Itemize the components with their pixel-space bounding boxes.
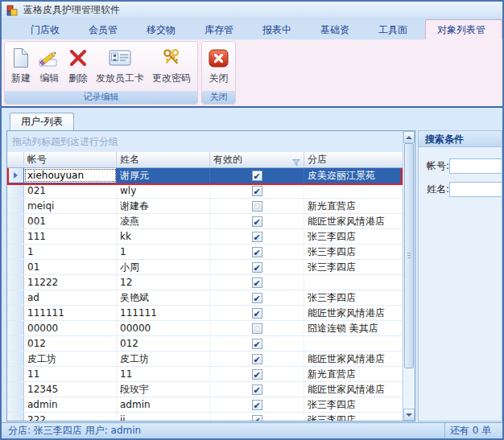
cell-account: xiehouyuan (24, 168, 117, 183)
cell-name: admin (117, 397, 210, 412)
scroll-down-button[interactable] (403, 409, 415, 421)
table-row[interactable]: xiehouyuan谢厚元皮美迩丽江景苑 (7, 168, 403, 183)
cell-name: 1 (117, 245, 210, 259)
checkbox-checked[interactable] (252, 308, 262, 319)
checkbox-checked[interactable] (252, 415, 262, 421)
cell-valid (210, 413, 304, 421)
checkbox-checked[interactable] (252, 247, 262, 257)
cell-branch (304, 183, 403, 198)
column-header-valid[interactable]: 有效的 (210, 152, 304, 167)
ribbon-tab-1[interactable]: 会员管理 (77, 20, 135, 39)
checkbox-checked[interactable] (252, 186, 262, 196)
name-search-input[interactable] (449, 182, 502, 197)
cell-name: kk (117, 229, 210, 244)
cell-account: 012 (24, 336, 117, 351)
button-label: 更改密码 (152, 72, 191, 84)
cell-valid (210, 245, 304, 259)
table-row[interactable]: 222jj张三李四店 (7, 413, 403, 421)
table-row[interactable]: 001凌燕能匠世家风情港店 (7, 214, 403, 229)
row-indicator (7, 214, 24, 228)
table-row[interactable]: 1111新光直营店 (7, 367, 403, 382)
ribbon-tab-3[interactable]: 库存管理 (193, 20, 251, 39)
cell-name: 皮工坊 (117, 352, 210, 366)
current-row-arrow-icon (14, 172, 18, 179)
title-bar: 蓝格皮具护理管理软件 (2, 2, 502, 19)
delete-button[interactable]: 删除 (64, 43, 92, 90)
table-row[interactable]: 012012 (7, 336, 403, 352)
cell-valid (210, 352, 304, 366)
cell-valid (210, 321, 304, 335)
checkbox-checked[interactable] (252, 232, 262, 242)
grid-body: 拖动列标题到这进行分组 帐号 姓名 有效的 分店 xiehouyuan谢厚元皮美… (7, 131, 403, 421)
delete-x-icon (68, 46, 88, 70)
ribbon-tab-4[interactable]: 报表中心 (251, 20, 309, 39)
ribbon-tab-6[interactable]: 工具面板 (367, 20, 425, 39)
row-indicator (7, 413, 24, 421)
arrow-down-icon (406, 413, 412, 417)
checkbox-checked[interactable] (252, 262, 262, 273)
row-indicator (7, 306, 24, 320)
edit-button[interactable]: 编辑 (35, 43, 64, 90)
table-row[interactable]: 021wly (7, 183, 403, 199)
checkbox-checked[interactable] (252, 339, 262, 349)
button-label: 关闭 (209, 72, 229, 84)
table-row[interactable]: 111111111111能匠世家风情港店 (7, 306, 403, 321)
scroll-up-button[interactable] (403, 131, 415, 143)
column-header-name[interactable]: 姓名 (117, 152, 210, 167)
checkbox-checked[interactable] (252, 354, 262, 364)
change-password-button[interactable]: 更改密码 (148, 43, 195, 90)
cell-account: 01 (24, 260, 117, 274)
search-field-account: 帐号: (427, 158, 502, 174)
ribbon-tab-7[interactable]: 对象列表管理 (425, 19, 502, 39)
filter-funnel-icon[interactable] (292, 156, 300, 167)
ribbon-group-buttons: 关闭 (202, 42, 235, 91)
issue-employee-card-button[interactable]: 发放员工卡 (92, 43, 148, 90)
checkbox-unchecked[interactable] (252, 201, 262, 212)
cell-name: 012 (117, 336, 210, 351)
table-row[interactable]: 111kk张三李四店 (7, 229, 403, 245)
row-indicator (7, 382, 24, 397)
account-search-input[interactable] (449, 158, 502, 174)
vertical-scrollbar[interactable] (403, 131, 415, 421)
table-row[interactable]: ad吴艳斌张三李四店 (7, 290, 403, 306)
table-row[interactable]: adminadmin张三李四店 (7, 397, 403, 413)
document-tab-user-list[interactable]: 用户-列表 (10, 113, 74, 130)
cell-account: 111111 (24, 306, 117, 320)
column-header-account[interactable]: 帐号 (24, 152, 117, 167)
checkbox-checked[interactable] (252, 400, 262, 410)
window-title: 蓝格皮具护理管理软件 (23, 3, 120, 17)
cell-account: 00000 (24, 321, 117, 335)
checkbox-checked[interactable] (252, 171, 262, 181)
column-header-branch[interactable]: 分店 (304, 152, 403, 167)
checkbox-checked[interactable] (252, 293, 262, 303)
cell-branch: 张三李四店 (304, 260, 403, 274)
ribbon-tab-5[interactable]: 基础资料 (309, 20, 367, 39)
table-row[interactable]: 1122212 (7, 275, 403, 290)
table-row[interactable]: 皮工坊皮工坊能匠世家风情港店 (7, 352, 403, 367)
grid-rows-area: xiehouyuan谢厚元皮美迩丽江景苑021wlymeiqi谢建春新光直营店0… (7, 168, 403, 421)
table-row[interactable]: 01小周张三李四店 (7, 260, 403, 275)
cell-account: ad (24, 290, 117, 305)
scrollbar-thumb[interactable] (404, 143, 414, 368)
close-button[interactable]: 关闭 (204, 43, 233, 90)
user-list-grid: 拖动列标题到这进行分组 帐号 姓名 有效的 分店 xiehouyuan谢厚元皮美… (6, 130, 415, 421)
ribbon-tab-2[interactable]: 移交物品 (135, 20, 193, 39)
checkbox-checked[interactable] (252, 278, 262, 288)
checkbox-checked[interactable] (252, 384, 262, 395)
table-row[interactable]: 12345段玫宇能匠世家风情港店 (7, 382, 403, 397)
cell-name: wly (117, 183, 210, 198)
table-row[interactable]: 0000000000囧途连锁 美其店 (7, 321, 403, 336)
table-row[interactable]: 11张三李四店 (7, 245, 403, 260)
ribbon-tab-0[interactable]: 门店收银 (19, 20, 77, 39)
cell-valid (210, 214, 304, 228)
account-field-label: 帐号: (427, 159, 449, 173)
checkbox-checked[interactable] (252, 216, 262, 227)
cell-valid (210, 229, 304, 244)
cell-account: 1 (24, 245, 117, 259)
checkbox-unchecked[interactable] (252, 323, 262, 334)
cell-branch: 张三李四店 (304, 229, 403, 244)
cell-valid (210, 382, 304, 397)
table-row[interactable]: meiqi谢建春新光直营店 (7, 199, 403, 214)
checkbox-checked[interactable] (252, 369, 262, 380)
new-button[interactable]: 新建 (7, 43, 35, 90)
